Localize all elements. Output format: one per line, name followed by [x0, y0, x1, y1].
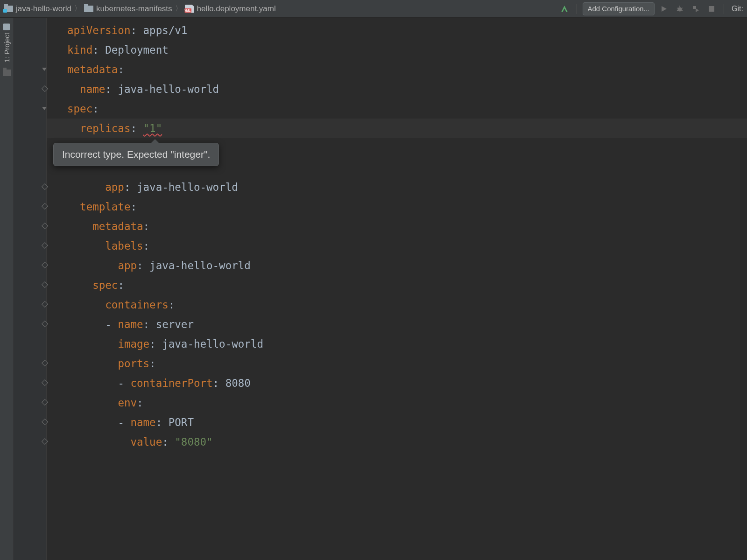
- code-line[interactable]: labels:: [47, 236, 149, 256]
- svg-line-4: [677, 10, 678, 11]
- chevron-right-icon: 〉: [174, 4, 183, 13]
- debug-icon[interactable]: [673, 2, 686, 15]
- svg-line-3: [682, 8, 683, 8]
- navigation-bar: java-hello-world 〉 kubernetes-manifests …: [0, 0, 747, 18]
- workspace: 1: Project apiVersion: apps/v1kind: Depl…: [0, 18, 747, 560]
- code-line[interactable]: - containerPort: 8080: [47, 373, 251, 393]
- code-line[interactable]: - name: PORT: [47, 413, 194, 432]
- breadcrumb-label: java-hello-world: [16, 4, 71, 14]
- code-line[interactable]: containers:: [47, 295, 175, 315]
- separator: [724, 4, 724, 14]
- project-tab-label: 1: Project: [3, 33, 11, 62]
- fold-guide: [46, 18, 46, 560]
- code-line[interactable]: kind: Deployment: [47, 40, 169, 60]
- breadcrumb-file[interactable]: hello.deployment.yaml: [185, 4, 276, 14]
- yaml-file-icon: [185, 5, 194, 13]
- tooltip-text: Incorrect type. Expected "integer".: [62, 149, 210, 160]
- run-config-label: Add Configuration...: [588, 5, 650, 13]
- svg-line-5: [682, 10, 683, 11]
- code-line[interactable]: ports:: [47, 354, 156, 373]
- project-tool-tab[interactable]: 1: Project: [2, 21, 12, 64]
- error-stripe-gutter: [14, 18, 23, 560]
- separator: [577, 4, 577, 14]
- svg-rect-6: [709, 6, 714, 12]
- code-line[interactable]: image: java-hello-world: [47, 334, 263, 354]
- code-line[interactable]: app: java-hello-world: [47, 177, 238, 197]
- code-line[interactable]: env:: [47, 393, 143, 413]
- breadcrumbs: java-hello-world 〉 kubernetes-manifests …: [4, 4, 276, 14]
- code-line[interactable]: - name: server: [47, 315, 194, 334]
- git-label[interactable]: Git:: [730, 5, 743, 13]
- code-line[interactable]: metadata:: [47, 60, 124, 79]
- run-with-coverage-icon[interactable]: [689, 2, 702, 15]
- run-icon[interactable]: [657, 2, 670, 15]
- inspection-tooltip: Incorrect type. Expected "integer".: [53, 143, 219, 166]
- stop-icon[interactable]: [705, 2, 718, 15]
- svg-point-0: [678, 7, 682, 11]
- code-line[interactable]: app: java-hello-world: [47, 256, 251, 275]
- breadcrumb-project[interactable]: java-hello-world: [4, 4, 71, 14]
- build-icon[interactable]: [558, 2, 571, 15]
- code-line[interactable]: metadata:: [47, 217, 149, 236]
- code-line[interactable]: replicas: "1": [47, 119, 162, 138]
- code-line[interactable]: spec:: [47, 99, 99, 119]
- code-line[interactable]: template:: [47, 197, 137, 217]
- run-configuration-selector[interactable]: Add Configuration...: [583, 2, 655, 15]
- code-editor[interactable]: apiVersion: apps/v1kind: Deploymentmetad…: [14, 18, 747, 560]
- code-line[interactable]: apiVersion: apps/v1: [47, 21, 187, 40]
- breadcrumb-label: hello.deployment.yaml: [197, 4, 276, 14]
- project-tool-icon: [4, 23, 10, 30]
- code-line[interactable]: value: "8080": [47, 432, 213, 452]
- module-folder-icon: [4, 5, 13, 13]
- chevron-right-icon: 〉: [73, 4, 82, 13]
- left-tool-strip: 1: Project: [0, 18, 14, 560]
- breadcrumb-folder[interactable]: kubernetes-manifests: [84, 4, 172, 14]
- breadcrumb-label: kubernetes-manifests: [96, 4, 172, 14]
- code-line[interactable]: spec:: [47, 275, 124, 295]
- svg-line-2: [677, 8, 678, 8]
- code-line[interactable]: name: java-hello-world: [47, 79, 219, 99]
- folder-icon: [84, 5, 93, 13]
- structure-tool-icon[interactable]: [3, 70, 11, 76]
